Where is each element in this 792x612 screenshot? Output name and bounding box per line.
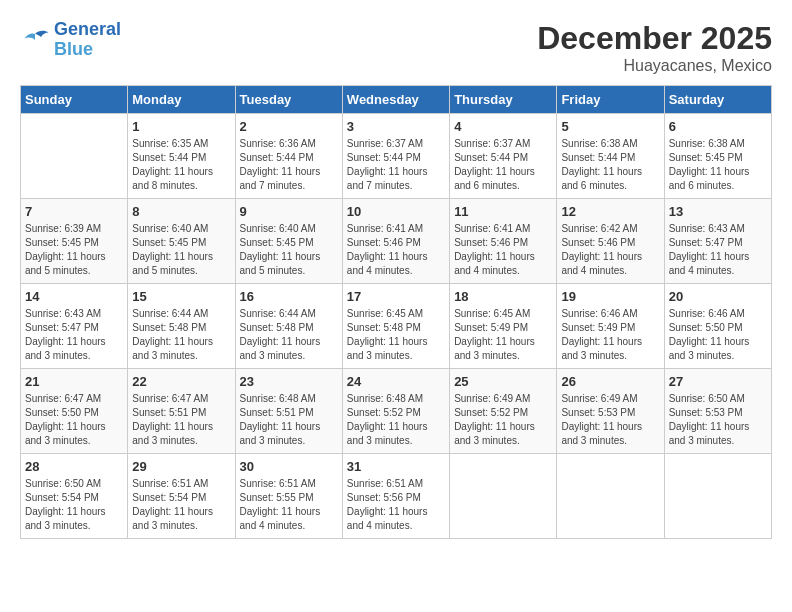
calendar-cell: 3Sunrise: 6:37 AMSunset: 5:44 PMDaylight… <box>342 114 449 199</box>
calendar-cell: 8Sunrise: 6:40 AMSunset: 5:45 PMDaylight… <box>128 199 235 284</box>
day-number: 16 <box>240 289 338 304</box>
day-info: Sunrise: 6:49 AMSunset: 5:52 PMDaylight:… <box>454 392 552 448</box>
day-info: Sunrise: 6:46 AMSunset: 5:49 PMDaylight:… <box>561 307 659 363</box>
day-info: Sunrise: 6:51 AMSunset: 5:56 PMDaylight:… <box>347 477 445 533</box>
day-info: Sunrise: 6:37 AMSunset: 5:44 PMDaylight:… <box>347 137 445 193</box>
week-row-2: 14Sunrise: 6:43 AMSunset: 5:47 PMDayligh… <box>21 284 772 369</box>
location: Huayacanes, Mexico <box>537 57 772 75</box>
day-number: 20 <box>669 289 767 304</box>
week-row-1: 7Sunrise: 6:39 AMSunset: 5:45 PMDaylight… <box>21 199 772 284</box>
weekday-header-friday: Friday <box>557 86 664 114</box>
calendar-cell: 24Sunrise: 6:48 AMSunset: 5:52 PMDayligh… <box>342 369 449 454</box>
day-info: Sunrise: 6:44 AMSunset: 5:48 PMDaylight:… <box>240 307 338 363</box>
day-number: 9 <box>240 204 338 219</box>
day-number: 11 <box>454 204 552 219</box>
calendar-cell: 23Sunrise: 6:48 AMSunset: 5:51 PMDayligh… <box>235 369 342 454</box>
weekday-header-tuesday: Tuesday <box>235 86 342 114</box>
day-number: 30 <box>240 459 338 474</box>
calendar-cell: 19Sunrise: 6:46 AMSunset: 5:49 PMDayligh… <box>557 284 664 369</box>
calendar-cell: 16Sunrise: 6:44 AMSunset: 5:48 PMDayligh… <box>235 284 342 369</box>
calendar-cell: 1Sunrise: 6:35 AMSunset: 5:44 PMDaylight… <box>128 114 235 199</box>
day-number: 22 <box>132 374 230 389</box>
day-number: 13 <box>669 204 767 219</box>
calendar-cell: 28Sunrise: 6:50 AMSunset: 5:54 PMDayligh… <box>21 454 128 539</box>
month-title: December 2025 <box>537 20 772 57</box>
calendar-cell: 18Sunrise: 6:45 AMSunset: 5:49 PMDayligh… <box>450 284 557 369</box>
day-info: Sunrise: 6:43 AMSunset: 5:47 PMDaylight:… <box>25 307 123 363</box>
calendar-table: SundayMondayTuesdayWednesdayThursdayFrid… <box>20 85 772 539</box>
day-info: Sunrise: 6:48 AMSunset: 5:51 PMDaylight:… <box>240 392 338 448</box>
logo-text: General Blue <box>54 20 121 60</box>
weekday-header-wednesday: Wednesday <box>342 86 449 114</box>
day-info: Sunrise: 6:50 AMSunset: 5:53 PMDaylight:… <box>669 392 767 448</box>
calendar-cell: 7Sunrise: 6:39 AMSunset: 5:45 PMDaylight… <box>21 199 128 284</box>
calendar-cell: 6Sunrise: 6:38 AMSunset: 5:45 PMDaylight… <box>664 114 771 199</box>
day-number: 26 <box>561 374 659 389</box>
calendar-cell <box>664 454 771 539</box>
day-number: 21 <box>25 374 123 389</box>
calendar-cell: 29Sunrise: 6:51 AMSunset: 5:54 PMDayligh… <box>128 454 235 539</box>
day-info: Sunrise: 6:40 AMSunset: 5:45 PMDaylight:… <box>240 222 338 278</box>
weekday-header-thursday: Thursday <box>450 86 557 114</box>
day-info: Sunrise: 6:42 AMSunset: 5:46 PMDaylight:… <box>561 222 659 278</box>
day-number: 28 <box>25 459 123 474</box>
day-info: Sunrise: 6:36 AMSunset: 5:44 PMDaylight:… <box>240 137 338 193</box>
day-info: Sunrise: 6:47 AMSunset: 5:51 PMDaylight:… <box>132 392 230 448</box>
day-info: Sunrise: 6:45 AMSunset: 5:48 PMDaylight:… <box>347 307 445 363</box>
calendar-cell: 26Sunrise: 6:49 AMSunset: 5:53 PMDayligh… <box>557 369 664 454</box>
day-number: 18 <box>454 289 552 304</box>
day-info: Sunrise: 6:37 AMSunset: 5:44 PMDaylight:… <box>454 137 552 193</box>
calendar-cell: 17Sunrise: 6:45 AMSunset: 5:48 PMDayligh… <box>342 284 449 369</box>
day-info: Sunrise: 6:51 AMSunset: 5:54 PMDaylight:… <box>132 477 230 533</box>
week-row-0: 1Sunrise: 6:35 AMSunset: 5:44 PMDaylight… <box>21 114 772 199</box>
day-info: Sunrise: 6:35 AMSunset: 5:44 PMDaylight:… <box>132 137 230 193</box>
weekday-header-sunday: Sunday <box>21 86 128 114</box>
calendar-cell: 12Sunrise: 6:42 AMSunset: 5:46 PMDayligh… <box>557 199 664 284</box>
day-number: 17 <box>347 289 445 304</box>
day-info: Sunrise: 6:41 AMSunset: 5:46 PMDaylight:… <box>454 222 552 278</box>
day-number: 6 <box>669 119 767 134</box>
calendar-cell: 13Sunrise: 6:43 AMSunset: 5:47 PMDayligh… <box>664 199 771 284</box>
calendar-cell: 25Sunrise: 6:49 AMSunset: 5:52 PMDayligh… <box>450 369 557 454</box>
calendar-cell: 21Sunrise: 6:47 AMSunset: 5:50 PMDayligh… <box>21 369 128 454</box>
day-number: 1 <box>132 119 230 134</box>
day-info: Sunrise: 6:43 AMSunset: 5:47 PMDaylight:… <box>669 222 767 278</box>
day-info: Sunrise: 6:45 AMSunset: 5:49 PMDaylight:… <box>454 307 552 363</box>
calendar-cell: 22Sunrise: 6:47 AMSunset: 5:51 PMDayligh… <box>128 369 235 454</box>
weekday-header-saturday: Saturday <box>664 86 771 114</box>
calendar-cell: 4Sunrise: 6:37 AMSunset: 5:44 PMDaylight… <box>450 114 557 199</box>
day-number: 10 <box>347 204 445 219</box>
calendar-cell <box>557 454 664 539</box>
day-info: Sunrise: 6:38 AMSunset: 5:45 PMDaylight:… <box>669 137 767 193</box>
day-number: 2 <box>240 119 338 134</box>
day-info: Sunrise: 6:50 AMSunset: 5:54 PMDaylight:… <box>25 477 123 533</box>
weekday-header-monday: Monday <box>128 86 235 114</box>
calendar-cell: 14Sunrise: 6:43 AMSunset: 5:47 PMDayligh… <box>21 284 128 369</box>
calendar-cell: 31Sunrise: 6:51 AMSunset: 5:56 PMDayligh… <box>342 454 449 539</box>
day-number: 29 <box>132 459 230 474</box>
day-number: 4 <box>454 119 552 134</box>
day-info: Sunrise: 6:51 AMSunset: 5:55 PMDaylight:… <box>240 477 338 533</box>
week-row-3: 21Sunrise: 6:47 AMSunset: 5:50 PMDayligh… <box>21 369 772 454</box>
calendar-cell: 5Sunrise: 6:38 AMSunset: 5:44 PMDaylight… <box>557 114 664 199</box>
day-number: 25 <box>454 374 552 389</box>
weekday-header-row: SundayMondayTuesdayWednesdayThursdayFrid… <box>21 86 772 114</box>
day-number: 14 <box>25 289 123 304</box>
day-info: Sunrise: 6:40 AMSunset: 5:45 PMDaylight:… <box>132 222 230 278</box>
day-number: 31 <box>347 459 445 474</box>
calendar-cell: 27Sunrise: 6:50 AMSunset: 5:53 PMDayligh… <box>664 369 771 454</box>
calendar-cell <box>450 454 557 539</box>
calendar-cell: 10Sunrise: 6:41 AMSunset: 5:46 PMDayligh… <box>342 199 449 284</box>
day-number: 19 <box>561 289 659 304</box>
day-number: 12 <box>561 204 659 219</box>
day-info: Sunrise: 6:49 AMSunset: 5:53 PMDaylight:… <box>561 392 659 448</box>
page-header: General Blue December 2025 Huayacanes, M… <box>20 20 772 75</box>
day-info: Sunrise: 6:38 AMSunset: 5:44 PMDaylight:… <box>561 137 659 193</box>
day-number: 24 <box>347 374 445 389</box>
day-number: 3 <box>347 119 445 134</box>
logo: General Blue <box>20 20 121 60</box>
day-info: Sunrise: 6:39 AMSunset: 5:45 PMDaylight:… <box>25 222 123 278</box>
title-block: December 2025 Huayacanes, Mexico <box>537 20 772 75</box>
day-number: 8 <box>132 204 230 219</box>
day-info: Sunrise: 6:41 AMSunset: 5:46 PMDaylight:… <box>347 222 445 278</box>
